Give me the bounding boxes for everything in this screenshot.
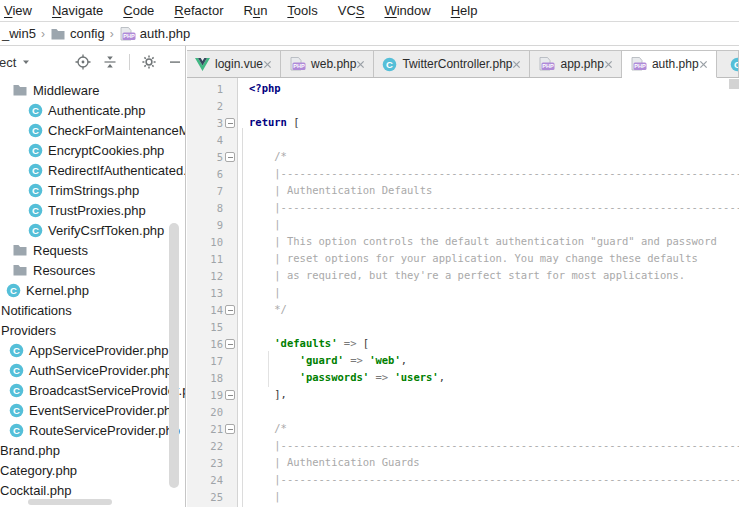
chevron-down-icon[interactable] <box>21 57 31 67</box>
tab-auth-php[interactable]: PHPauth.php <box>622 50 717 78</box>
menu-help[interactable]: Help <box>441 0 488 21</box>
breadcrumb-segment[interactable]: _win5 <box>2 26 36 41</box>
tab-web-php[interactable]: PHPweb.php <box>281 50 374 77</box>
code-line <box>249 318 739 335</box>
fold-marker-icon[interactable] <box>225 152 235 162</box>
tree-item-brand-php[interactable]: CBrand.php <box>0 440 185 460</box>
menu-window[interactable]: Window <box>374 0 440 21</box>
line-number: 9 <box>187 219 223 231</box>
tree-item-eventserviceprovider-php[interactable]: CEventServiceProvider.php <box>9 400 185 420</box>
code-line: 'guard' => 'web', <box>249 352 739 369</box>
fold-marker-icon[interactable] <box>225 118 235 128</box>
gutter-line: 8 <box>187 199 237 216</box>
gear-icon[interactable] <box>141 54 157 70</box>
menu-navigate[interactable]: Navigate <box>42 0 113 21</box>
tree-item-category-php[interactable]: CCategory.php <box>0 460 185 480</box>
class-icon: C <box>9 383 24 398</box>
fold-marker-icon[interactable] <box>225 339 235 349</box>
gutter-line: 1 <box>187 80 237 97</box>
code-line: | <box>249 488 739 505</box>
tree-item-verifycsrftoken-php[interactable]: CVerifyCsrfToken.php <box>28 220 185 240</box>
line-number: 20 <box>187 406 223 418</box>
collapse-icon[interactable] <box>102 54 118 70</box>
project-panel-title[interactable]: ect <box>0 55 16 70</box>
tree-item-label: CheckForMaintenanceMode.php <box>48 123 185 138</box>
code-line: |---------------------------------------… <box>249 165 739 182</box>
tree-item-appserviceprovider-php[interactable]: CAppServiceProvider.php <box>9 340 185 360</box>
fold-marker-icon[interactable] <box>225 424 235 434</box>
tree-item-label: Requests <box>33 243 88 258</box>
menu-vcs[interactable]: VCS <box>328 0 375 21</box>
class-icon: C <box>28 163 43 178</box>
tree-item-middleware[interactable]: Middleware <box>12 80 185 100</box>
menu-code[interactable]: Code <box>113 0 164 21</box>
tab-app-php[interactable]: PHPapp.php <box>530 50 621 77</box>
code-line: | <box>249 216 739 233</box>
gutter-line: 17 <box>187 352 237 369</box>
crosshair-icon[interactable] <box>75 54 91 70</box>
svg-text:C: C <box>13 345 20 356</box>
code-line <box>249 131 739 148</box>
tree-vertical-scrollbar[interactable] <box>169 223 179 488</box>
fold-cell <box>223 165 237 182</box>
tree-item-label: AuthServiceProvider.php <box>29 363 172 378</box>
fold-cell <box>223 335 237 352</box>
tab-login-vue[interactable]: login.vue <box>187 50 281 77</box>
gutter-line: 7 <box>187 182 237 199</box>
tree-item-notifications[interactable]: Notifications <box>0 300 185 320</box>
fold-cell <box>223 80 237 97</box>
line-number: 10 <box>187 236 223 248</box>
code-line: | This option controls the default authe… <box>249 233 739 250</box>
line-number: 16 <box>187 338 223 350</box>
code-editor[interactable]: 1234567891011121314151617181920212223242… <box>187 78 739 507</box>
fold-marker-icon[interactable] <box>225 390 235 400</box>
tree-item-routeserviceprovider-php[interactable]: CRouteServiceProvider.php <box>9 420 185 440</box>
svg-text:C: C <box>32 205 39 216</box>
line-number: 8 <box>187 202 223 214</box>
fold-marker-icon[interactable] <box>225 305 235 315</box>
tree-item-resources[interactable]: Resources <box>12 260 185 280</box>
fold-cell <box>223 301 237 318</box>
menu-run[interactable]: Run <box>234 0 278 21</box>
menu-tools[interactable]: Tools <box>277 0 327 21</box>
tree-item-authserviceprovider-php[interactable]: CAuthServiceProvider.php <box>9 360 185 380</box>
line-number: 12 <box>187 270 223 282</box>
fold-cell <box>223 488 237 505</box>
breadcrumb-label: _win5 <box>2 26 36 41</box>
tree-item-kernel-php[interactable]: CKernel.php <box>6 280 185 300</box>
tab-partial[interactable]: C <box>717 50 739 77</box>
close-icon[interactable] <box>604 60 613 69</box>
code-line: */ <box>249 301 739 318</box>
minimize-icon[interactable] <box>168 55 182 69</box>
code-line: return [ <box>249 114 739 131</box>
code-line: | <box>249 284 739 301</box>
menu-view[interactable]: View <box>0 0 42 21</box>
close-icon[interactable] <box>699 60 708 69</box>
close-icon[interactable] <box>512 60 521 69</box>
breadcrumb-separator-icon: › <box>110 27 114 41</box>
class-icon: C <box>28 123 43 138</box>
editor-scrollbar-corner[interactable] <box>729 79 739 89</box>
code-pane[interactable]: <?phpreturn [ /* |----------------------… <box>238 78 739 507</box>
tree-item-trimstrings-php[interactable]: CTrimStrings.php <box>28 180 185 200</box>
tree-item-trustproxies-php[interactable]: CTrustProxies.php <box>28 200 185 220</box>
svg-text:PHP: PHP <box>123 33 135 39</box>
close-icon[interactable] <box>263 60 272 69</box>
svg-text:C: C <box>32 105 39 116</box>
close-icon[interactable] <box>356 60 365 69</box>
tab-twittercontroller-php[interactable]: CTwitterController.php <box>374 50 530 77</box>
tab-label: login.vue <box>215 57 263 71</box>
breadcrumb-segment[interactable]: config <box>50 26 105 42</box>
tree-item-providers[interactable]: Providers <box>0 320 185 340</box>
gutter-line: 22 <box>187 437 237 454</box>
tree-item-encryptcookies-php[interactable]: CEncryptCookies.php <box>28 140 185 160</box>
tree-item-authenticate-php[interactable]: CAuthenticate.php <box>28 100 185 120</box>
tree-item-broadcastserviceprovider-php[interactable]: CBroadcastServiceProvider.php <box>9 380 185 400</box>
tree-item-cocktail-php[interactable]: CCocktail.php <box>0 480 185 500</box>
menu-refactor[interactable]: Refactor <box>164 0 233 21</box>
tree-horizontal-scrollbar[interactable] <box>28 499 112 505</box>
tree-item-requests[interactable]: Requests <box>12 240 185 260</box>
tree-item-checkformaintenancemode-php[interactable]: CCheckForMaintenanceMode.php <box>28 120 185 140</box>
breadcrumb-segment[interactable]: PHPauth.php <box>119 26 191 42</box>
tree-item-redirectifauthenticated-php[interactable]: CRedirectIfAuthenticated.php <box>28 160 185 180</box>
